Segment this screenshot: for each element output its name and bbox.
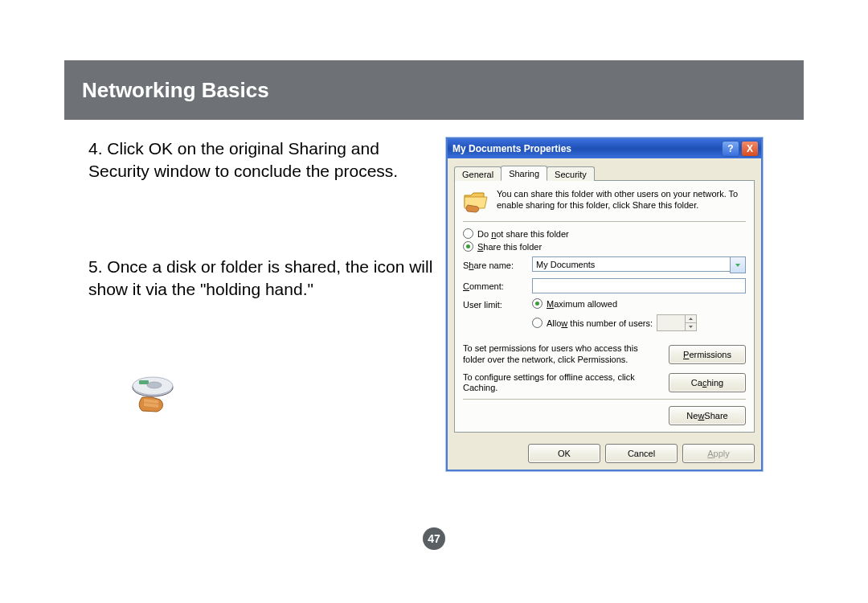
chevron-down-icon bbox=[735, 262, 741, 269]
spinner-up[interactable] bbox=[685, 315, 696, 323]
spinner-value bbox=[657, 315, 685, 330]
dropdown-button[interactable] bbox=[730, 256, 746, 273]
apply-button[interactable]: Apply bbox=[682, 444, 755, 463]
dialog-title: My Documents Properties bbox=[452, 143, 720, 154]
share-name-label: Share name: bbox=[463, 260, 532, 270]
holding-hand-icon bbox=[125, 373, 181, 417]
radio-icon bbox=[532, 298, 542, 309]
document-page: Networking Basics 4. Click OK on the ori… bbox=[0, 0, 868, 603]
caching-button[interactable]: Caching bbox=[669, 373, 746, 392]
permissions-text: To set permissions for users who access … bbox=[463, 343, 661, 366]
properties-dialog: My Documents Properties ? X General Shar… bbox=[446, 137, 763, 471]
radio-icon bbox=[463, 241, 473, 252]
section-banner: Networking Basics bbox=[64, 60, 804, 120]
radio-max-allowed[interactable]: Maximum allowed bbox=[532, 298, 746, 309]
new-share-row: New Share bbox=[463, 406, 746, 425]
instruction-step-4: 4. Click OK on the original Sharing and … bbox=[88, 137, 438, 183]
help-button[interactable]: ? bbox=[722, 141, 739, 157]
radio-do-not-share[interactable]: Do not share this folder bbox=[463, 228, 746, 239]
user-limit-options: Maximum allowed Allow this number of use… bbox=[532, 298, 746, 337]
svg-rect-2 bbox=[139, 380, 149, 384]
permissions-row: To set permissions for users who access … bbox=[463, 343, 746, 366]
radio-label: Share this folder bbox=[477, 242, 542, 252]
screenshot-column: My Documents Properties ? X General Shar… bbox=[446, 137, 804, 471]
separator bbox=[463, 399, 746, 400]
spinner-down[interactable] bbox=[685, 323, 696, 330]
instruction-column: 4. Click OK on the original Sharing and … bbox=[64, 137, 446, 471]
comment-row: Comment: bbox=[463, 278, 746, 293]
radio-icon bbox=[463, 228, 473, 239]
sharing-panel: You can share this folder with other use… bbox=[454, 181, 755, 433]
tab-sharing[interactable]: Sharing bbox=[501, 166, 547, 181]
svg-point-3 bbox=[147, 382, 162, 388]
ok-button[interactable]: OK bbox=[528, 444, 600, 463]
share-name-combo[interactable] bbox=[532, 256, 746, 273]
tab-security[interactable]: Security bbox=[547, 166, 595, 181]
share-name-input[interactable] bbox=[532, 256, 730, 272]
cancel-button[interactable]: Cancel bbox=[605, 444, 678, 463]
radio-label: Maximum allowed bbox=[547, 299, 617, 309]
caching-row: To configure settings for offline access… bbox=[463, 372, 746, 395]
dialog-body: General Sharing Security bbox=[448, 158, 761, 437]
dialog-button-bar: OK Cancel Apply bbox=[448, 437, 761, 470]
page-number-container: 47 bbox=[0, 527, 868, 550]
help-icon: ? bbox=[727, 143, 733, 154]
slide-body: 4. Click OK on the original Sharing and … bbox=[64, 120, 804, 471]
comment-label: Comment: bbox=[463, 281, 532, 291]
page-number: 47 bbox=[423, 527, 445, 550]
radio-share-folder[interactable]: Share this folder bbox=[463, 241, 746, 252]
instruction-step-5: 5. Once a disk or folder is shared, the … bbox=[88, 256, 438, 302]
spinner-arrows bbox=[685, 315, 696, 330]
radio-label: Allow this number of users: bbox=[547, 318, 653, 328]
close-button[interactable]: X bbox=[741, 141, 759, 157]
caching-text: To configure settings for offline access… bbox=[463, 372, 661, 395]
radio-label: Do not share this folder bbox=[477, 229, 569, 239]
chevron-down-icon bbox=[688, 325, 694, 329]
share-name-row: Share name: bbox=[463, 256, 746, 273]
radio-icon bbox=[532, 318, 542, 328]
tab-strip: General Sharing Security bbox=[454, 163, 755, 181]
radio-allow-number[interactable]: Allow this number of users: bbox=[532, 314, 746, 331]
section-title: Networking Basics bbox=[82, 78, 269, 103]
shared-folder-icon bbox=[463, 189, 490, 213]
permissions-button[interactable]: Permissions bbox=[669, 345, 746, 364]
dialog-titlebar[interactable]: My Documents Properties ? X bbox=[448, 139, 761, 158]
separator bbox=[463, 221, 746, 222]
user-limit-label: User limit: bbox=[463, 298, 532, 310]
slide: Networking Basics 4. Click OK on the ori… bbox=[64, 60, 804, 471]
chevron-up-icon bbox=[688, 317, 694, 321]
close-icon: X bbox=[747, 143, 753, 154]
tab-general[interactable]: General bbox=[454, 166, 502, 181]
intro-text: You can share this folder with other use… bbox=[497, 189, 746, 211]
user-count-spinner[interactable] bbox=[657, 314, 697, 331]
comment-input[interactable] bbox=[532, 278, 746, 293]
intro-row: You can share this folder with other use… bbox=[463, 189, 746, 213]
user-limit-row: User limit: Maximum allowed Allow this n… bbox=[463, 298, 746, 337]
new-share-button[interactable]: New Share bbox=[669, 406, 746, 425]
